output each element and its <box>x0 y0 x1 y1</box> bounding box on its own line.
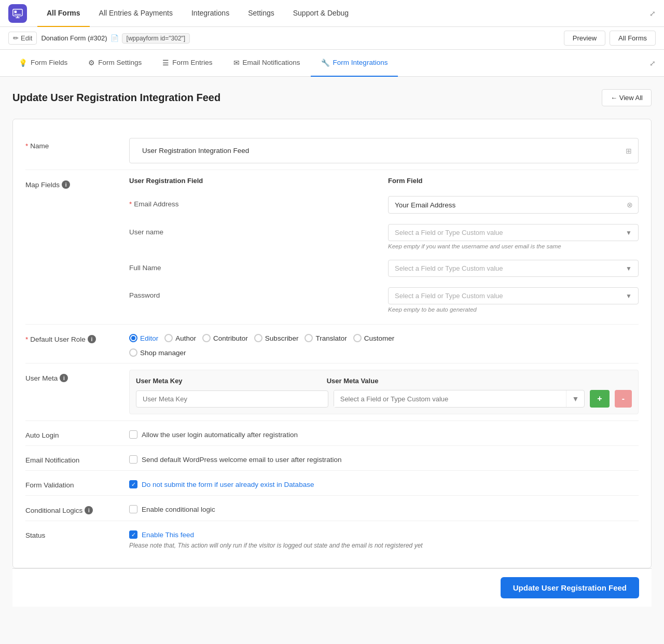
username-control: Select a Field or Type Custom value ▼ Ke… <box>388 224 639 249</box>
chevron-down-icon[interactable]: ▼ <box>566 390 584 407</box>
auto-login-row: Auto Login Allow the user login automati… <box>25 421 639 446</box>
settings-icon: ⚙ <box>88 59 95 67</box>
user-meta-key-input[interactable] <box>136 390 328 408</box>
form-section: * Name ⊞ Map Fields i User Registratio <box>12 119 652 568</box>
clear-email-icon[interactable]: ⊗ <box>621 197 638 213</box>
nav-all-entries[interactable]: All Entries & Payments <box>90 0 182 27</box>
expand-icon[interactable]: ⤢ <box>649 9 656 18</box>
edit-button[interactable]: ✏ Edit <box>8 32 37 45</box>
radio-editor[interactable]: Editor <box>129 334 158 342</box>
view-all-button[interactable]: ← View All <box>602 89 652 106</box>
form-field-col: Form Field <box>388 177 422 185</box>
nav-settings[interactable]: Settings <box>239 0 284 27</box>
tab-form-fields[interactable]: 💡 Form Fields <box>8 50 78 77</box>
username-hint: Keep empty if you want the username and … <box>388 243 639 249</box>
user-reg-field-col: User Registration Field <box>129 177 203 185</box>
auto-login-checkbox[interactable] <box>129 430 137 439</box>
map-fields-info-icon[interactable]: i <box>62 180 70 189</box>
update-button[interactable]: Update User Registration Feed <box>501 577 639 598</box>
tab-form-settings[interactable]: ⚙ Form Settings <box>78 50 152 77</box>
tab-form-entries[interactable]: ☰ Form Entries <box>152 50 223 77</box>
map-fields-row: Map Fields i User Registration Field For… <box>25 170 639 325</box>
add-meta-button[interactable]: + <box>590 390 609 408</box>
bottom-bar: Update User Registration Feed <box>12 568 652 607</box>
form-name: Donation Form (#302) 📄 [wppayform id="30… <box>41 33 190 44</box>
chevron-down-icon: ▼ <box>626 265 632 272</box>
user-role-control: Editor Author Contributor <box>129 331 639 357</box>
user-meta-table: User Meta Key User Meta Value ▼ <box>129 370 639 414</box>
tab-expand-icon[interactable]: ⤢ <box>649 59 656 67</box>
conditional-logics-checkbox-label: Enable conditional logic <box>142 506 215 513</box>
radio-author[interactable]: Author <box>164 334 196 342</box>
radio-translator-label: Translator <box>315 334 347 342</box>
conditional-logics-row: Conditional Logics i Enable conditional … <box>25 496 639 521</box>
status-row: Status Enable This feed Please note that… <box>25 521 639 555</box>
radio-contributor-label: Contributor <box>213 334 248 342</box>
preview-button[interactable]: Preview <box>564 31 605 46</box>
tab-email-notifications[interactable]: ✉ Email Notifications <box>223 50 311 77</box>
user-meta-val-input[interactable] <box>334 391 566 407</box>
radio-translator[interactable]: Translator <box>305 334 347 342</box>
radio-subscriber-label: Subscriber <box>265 334 299 342</box>
tab-form-fields-label: Form Fields <box>31 59 67 66</box>
remove-meta-button[interactable]: - <box>615 390 632 408</box>
form-validation-checkbox-label[interactable]: Do not submit the form if user already e… <box>142 481 314 488</box>
fullname-label: Full Name <box>129 260 380 272</box>
shortcode-badge[interactable]: [wppayform id="302"] <box>122 33 190 44</box>
svg-rect-1 <box>15 10 17 13</box>
conditional-logics-control: Enable conditional logic <box>129 502 639 513</box>
radio-contributor[interactable]: Contributor <box>202 334 248 342</box>
fullname-select[interactable]: Select a Field or Type Custom value ▼ <box>388 260 639 277</box>
map-field-email: * Email Address Your Email Address ⊗ <box>129 191 639 219</box>
doc-icon: 📄 <box>110 34 119 42</box>
tab-form-integrations[interactable]: 🔧 Form Integrations <box>311 50 398 77</box>
email-field-wrap: Your Email Address ⊗ <box>388 196 639 214</box>
password-control: Select a Field or Type Custom value ▼ Ke… <box>388 287 639 313</box>
email-notif-checkbox[interactable] <box>129 455 137 464</box>
tab-form-settings-label: Form Settings <box>98 59 142 66</box>
form-validation-checkbox[interactable] <box>129 480 137 488</box>
page-title: Update User Registration Integration Fee… <box>12 92 220 104</box>
app-logo <box>8 4 27 23</box>
user-meta-row: User Meta i User Meta Key User Meta Valu… <box>25 363 639 421</box>
breadcrumb-bar: ✏ Edit Donation Form (#302) 📄 [wppayform… <box>0 27 664 50</box>
default-user-role-label: * Default User Role i <box>25 331 129 343</box>
map-fields-header: User Registration Field Form Field <box>129 176 639 185</box>
radio-shop-manager[interactable]: Shop manager <box>129 348 639 357</box>
status-checkbox[interactable] <box>129 530 137 539</box>
name-row: * Name ⊞ <box>25 132 639 170</box>
conditional-logics-checkbox[interactable] <box>129 505 137 513</box>
required-star: * <box>25 142 28 150</box>
top-nav: All Forms All Entries & Payments Integra… <box>0 0 664 27</box>
username-select[interactable]: Select a Field or Type Custom value ▼ <box>388 224 639 241</box>
user-meta-info-icon[interactable]: i <box>60 374 68 382</box>
main-content: Update User Registration Integration Fee… <box>0 77 664 644</box>
chevron-down-icon: ▼ <box>626 229 632 236</box>
list-icon: ☰ <box>162 59 169 67</box>
email-notif-row: Email Notification Send default WordPres… <box>25 446 639 471</box>
radio-customer-label: Customer <box>364 334 395 342</box>
nav-support[interactable]: Support & Debug <box>284 0 358 27</box>
tab-bar: 💡 Form Fields ⚙ Form Settings ☰ Form Ent… <box>0 50 664 77</box>
radio-subscriber[interactable]: Subscriber <box>254 334 299 342</box>
user-meta-label: User Meta i <box>25 370 129 382</box>
all-forms-button[interactable]: All Forms <box>610 31 656 46</box>
password-label: Password <box>129 287 380 299</box>
email-notif-control: Send default WordPress welcome email to … <box>129 452 639 464</box>
map-field-password: Password Select a Field or Type Custom v… <box>129 282 639 318</box>
username-label: User name <box>129 224 380 236</box>
password-select[interactable]: Select a Field or Type Custom value ▼ <box>388 287 639 304</box>
nav-integrations[interactable]: Integrations <box>182 0 239 27</box>
email-notif-label: Email Notification <box>25 452 129 464</box>
conditional-logics-info-icon[interactable]: i <box>85 506 93 514</box>
email-notif-checkbox-label: Send default WordPress welcome email to … <box>142 456 341 464</box>
email-address-label: * Email Address <box>129 196 380 208</box>
radio-shop-manager-label: Shop manager <box>140 349 186 357</box>
name-input[interactable] <box>136 143 626 159</box>
user-role-info-icon[interactable]: i <box>88 335 96 343</box>
nav-all-forms[interactable]: All Forms <box>37 0 90 27</box>
radio-customer[interactable]: Customer <box>353 334 395 342</box>
tab-email-notifications-label: Email Notifications <box>243 59 300 66</box>
auto-login-label: Auto Login <box>25 427 129 439</box>
puzzle-icon: 🔧 <box>321 59 330 67</box>
